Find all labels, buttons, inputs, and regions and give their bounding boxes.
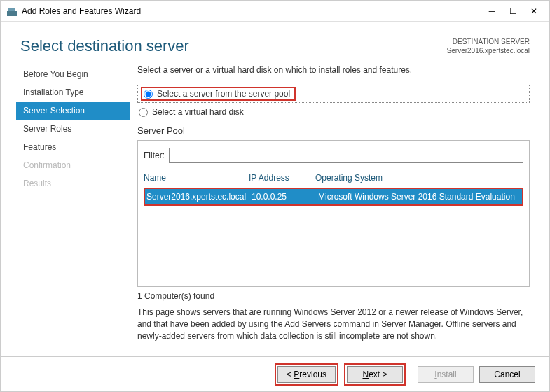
radio-vhd[interactable] bbox=[139, 108, 148, 117]
main-panel: Select a server or a virtual hard disk o… bbox=[130, 65, 549, 342]
table-row[interactable]: Server2016.xpertstec.local 10.0.0.25 Mic… bbox=[145, 189, 522, 204]
sidebar: Before You Begin Installation Type Serve… bbox=[1, 65, 130, 342]
column-ip[interactable]: IP Address bbox=[249, 173, 315, 183]
server-manager-icon bbox=[6, 6, 18, 17]
filter-label: Filter: bbox=[144, 150, 165, 160]
close-button[interactable]: ✕ bbox=[530, 7, 538, 15]
sidebar-item-server-selection[interactable]: Server Selection bbox=[16, 102, 130, 120]
table-header: Name IP Address Operating System bbox=[144, 170, 523, 186]
sidebar-item-before-you-begin[interactable]: Before You Begin bbox=[16, 65, 130, 83]
table-empty-space bbox=[144, 206, 523, 286]
radio-server-pool[interactable] bbox=[144, 90, 153, 99]
window-buttons: ─ ☐ ✕ bbox=[488, 7, 544, 15]
window-title: Add Roles and Features Wizard bbox=[22, 6, 488, 16]
cell-name: Server2016.xpertstec.local bbox=[146, 192, 252, 202]
cancel-button[interactable]: Cancel bbox=[479, 366, 535, 383]
description-text: This page shows servers that are running… bbox=[137, 307, 530, 342]
server-pool-label: Server Pool bbox=[137, 125, 530, 136]
sidebar-item-features[interactable]: Features bbox=[16, 138, 130, 156]
svg-rect-1 bbox=[8, 8, 15, 11]
computers-found: 1 Computer(s) found bbox=[137, 291, 530, 301]
svg-rect-0 bbox=[7, 11, 17, 16]
sidebar-item-confirmation: Confirmation bbox=[16, 156, 130, 174]
next-button[interactable]: Next > bbox=[347, 366, 403, 383]
next-highlight: Next > bbox=[344, 363, 406, 386]
footer: < Previous Next > Install Cancel bbox=[1, 356, 549, 391]
sidebar-item-installation-type[interactable]: Installation Type bbox=[16, 83, 130, 102]
meta-value: Server2016.xpertstec.local bbox=[447, 46, 530, 55]
server-pool-panel: Filter: Name IP Address Operating System… bbox=[137, 140, 530, 287]
radio-server-pool-row[interactable]: Select a server from the server pool bbox=[137, 85, 530, 103]
meta-label: DESTINATION SERVER bbox=[447, 37, 530, 46]
radio-server-pool-label: Select a server from the server pool bbox=[157, 89, 290, 99]
radio-vhd-row[interactable]: Select a virtual hard disk bbox=[137, 106, 530, 118]
instruction-text: Select a server or a virtual hard disk o… bbox=[137, 65, 530, 75]
filter-input[interactable] bbox=[169, 148, 523, 163]
previous-button[interactable]: < Previous bbox=[277, 366, 336, 383]
page-title: Select destination server bbox=[20, 37, 189, 55]
titlebar: Add Roles and Features Wizard ─ ☐ ✕ bbox=[1, 1, 549, 22]
sidebar-item-server-roles[interactable]: Server Roles bbox=[16, 120, 130, 138]
radio-vhd-label: Select a virtual hard disk bbox=[152, 107, 244, 117]
install-button: Install bbox=[418, 366, 474, 383]
column-name[interactable]: Name bbox=[144, 173, 249, 183]
maximize-button[interactable]: ☐ bbox=[509, 7, 517, 15]
destination-meta: DESTINATION SERVER Server2016.xpertstec.… bbox=[447, 37, 530, 55]
header: Select destination server DESTINATION SE… bbox=[1, 22, 549, 61]
sidebar-item-results: Results bbox=[16, 174, 130, 192]
previous-highlight: < Previous bbox=[275, 363, 338, 386]
cell-os: Microsoft Windows Server 2016 Standard E… bbox=[318, 192, 521, 202]
cell-ip: 10.0.0.25 bbox=[252, 192, 318, 202]
minimize-button[interactable]: ─ bbox=[488, 7, 496, 15]
column-os[interactable]: Operating System bbox=[315, 173, 523, 183]
